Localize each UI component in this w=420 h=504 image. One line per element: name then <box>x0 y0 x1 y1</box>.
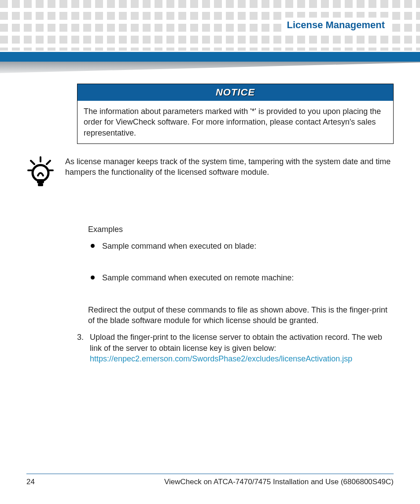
svg-line-1 <box>31 161 34 164</box>
page-number: 24 <box>26 478 35 486</box>
license-activation-link[interactable]: https://enpec2.emerson.com/SwordsPhase2/… <box>90 354 352 363</box>
header-gray-wedge <box>0 62 420 73</box>
step3-text: Upload the finger-print to the license s… <box>90 333 382 352</box>
header-blue-bar <box>0 52 420 62</box>
example-bullet-2: Sample command when executed on remote m… <box>88 272 394 283</box>
example-bullet-1: Sample command when executed on blade: <box>88 241 394 251</box>
tip-text: As license manager keeps track of the sy… <box>65 156 394 178</box>
redirect-text: Redirect the output of these commands to… <box>88 305 394 326</box>
notice-text: The information about parameters marked … <box>77 101 393 143</box>
svg-line-2 <box>47 161 50 164</box>
document-title: ViewCheck on ATCA-7470/7475 Installation… <box>164 478 394 486</box>
lightbulb-icon <box>26 156 57 193</box>
notice-heading: NOTICE <box>77 84 393 101</box>
notice-box: NOTICE The information about parameters … <box>77 84 394 144</box>
step-number-3: 3. <box>77 332 84 364</box>
page-section-title: License Management <box>282 18 389 33</box>
svg-rect-6 <box>38 184 43 186</box>
examples-heading: Examples <box>88 224 394 235</box>
